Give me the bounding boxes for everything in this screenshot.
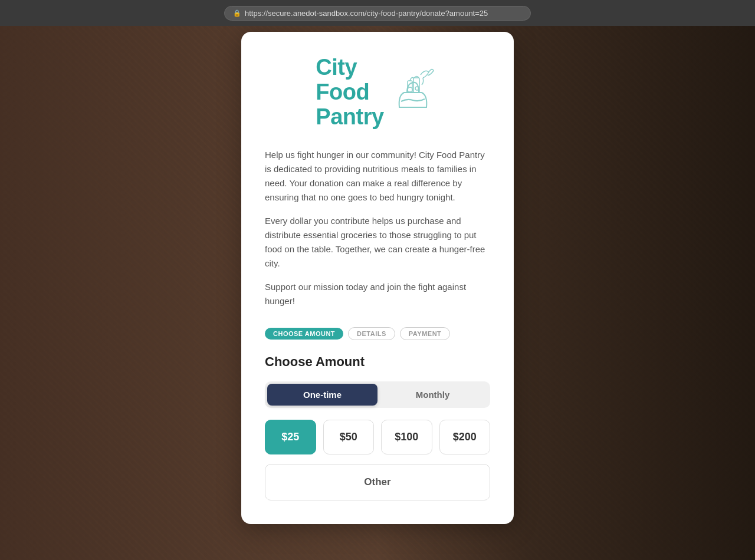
amount-25-button[interactable]: $25 — [265, 420, 316, 454]
monthly-button[interactable]: Monthly — [378, 384, 488, 406]
logo-container: City Food Pantry — [316, 55, 439, 129]
logo-area: City Food Pantry — [265, 55, 490, 129]
browser-bar: 🔒 https://secure.anedot-sandbox.com/city… — [0, 0, 755, 26]
amount-100-button[interactable]: $100 — [381, 420, 432, 454]
description-para-3: Support our mission today and join the f… — [265, 280, 490, 308]
one-time-button[interactable]: One-time — [267, 384, 378, 406]
steps-row: CHOOSE AMOUNT DETAILS PAYMENT — [265, 327, 490, 340]
other-amount-button[interactable]: Other — [265, 464, 490, 500]
svg-point-2 — [408, 87, 412, 92]
lock-icon: 🔒 — [233, 9, 241, 17]
logo-text: City Food Pantry — [316, 55, 383, 129]
url-text: https://secure.anedot-sandbox.com/city-f… — [245, 9, 522, 18]
frequency-toggle: One-time Monthly — [265, 381, 490, 408]
donation-card: City Food Pantry — [241, 32, 514, 524]
step-choose-amount[interactable]: CHOOSE AMOUNT — [265, 328, 343, 340]
amount-200-button[interactable]: $200 — [439, 420, 491, 454]
section-title: Choose Amount — [265, 354, 490, 370]
description-para-1: Help us fight hunger in our community! C… — [265, 148, 490, 205]
step-payment[interactable]: PAYMENT — [400, 327, 450, 340]
amounts-grid: $25 $50 $100 $200 — [265, 420, 490, 454]
logo-icon — [386, 60, 439, 125]
amount-50-button[interactable]: $50 — [323, 420, 375, 454]
description-para-2: Every dollar you contribute helps us pur… — [265, 214, 490, 271]
page-wrapper: City Food Pantry — [0, 0, 755, 560]
address-bar[interactable]: 🔒 https://secure.anedot-sandbox.com/city… — [224, 6, 531, 21]
step-details[interactable]: DETAILS — [348, 327, 395, 340]
description-text: Help us fight hunger in our community! C… — [265, 148, 490, 308]
